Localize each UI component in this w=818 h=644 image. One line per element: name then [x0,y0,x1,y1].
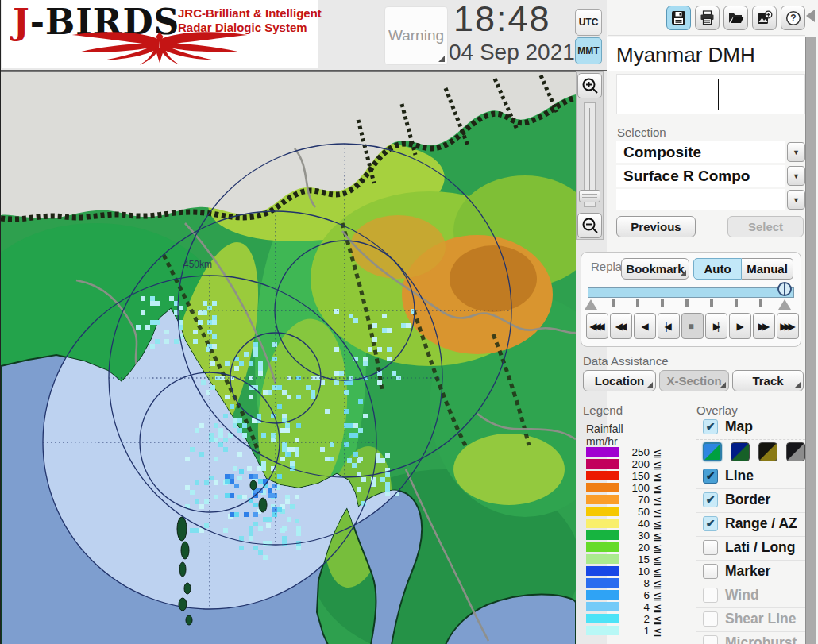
zoom-out-icon [581,217,599,234]
select-button[interactable]: Select [727,216,804,237]
legend-value: 100 [621,482,650,494]
overlay-item-label: Range / AZ [725,515,797,532]
bookmark-button[interactable]: Bookmark [621,258,689,280]
legend-suffix: ≦ [653,613,662,626]
save-button[interactable] [666,6,691,30]
composite-dropdown-value[interactable]: Composite [616,141,785,163]
map-zoom-control [576,71,604,240]
overlay-item-label: Marker [725,563,770,580]
utc-button[interactable]: UTC [575,9,602,36]
overlay-item-shear-line: Shear Line [696,607,805,631]
legend-swatch [586,495,619,504]
radar-map[interactable]: 450km [1,72,576,644]
status-box-divider [718,79,719,110]
overlay-item-microburst: Microburst [696,631,805,644]
checkbox-border[interactable]: ✔ [703,492,718,507]
print-button[interactable] [695,6,720,30]
legend-value: 200 [621,458,650,470]
help-button[interactable]: ? [781,6,805,30]
replay-panel: Replay Bookmark Auto Manual ◀◀◀◀◀◀|◀■▶|▶… [581,252,801,347]
location-button[interactable]: Location [583,370,656,391]
legend-swatch [586,483,619,492]
legend-value: 8 [621,577,650,589]
legend-value: 10 [621,565,650,577]
radar-map-viewport[interactable]: 450km [1,71,576,644]
legend-swatch [586,614,619,623]
fast-forward-button[interactable]: ▶▶ [753,313,775,339]
add-image-button[interactable] [752,6,777,30]
checkbox-microburst [703,635,718,644]
track-button[interactable]: Track [732,370,804,391]
zoom-slider-handle[interactable] [579,190,600,202]
legend-value: 20 [621,542,650,553]
overlay-item-label: Line [725,468,754,484]
play-button[interactable]: ▶ [729,313,751,339]
control-panel: ? Myanmar DMH Selection Composite ▼ Surf… [607,0,818,644]
checkbox-line[interactable]: ✔ [703,469,718,484]
play-backward-button[interactable]: ◀ [634,313,656,339]
corner-triangle-icon [438,56,445,62]
slider-tick [710,299,713,307]
fast-rewind-button[interactable]: ◀◀ [610,313,632,339]
checkbox-shear-line [703,611,718,627]
product-dropdown-value[interactable]: Surface R Compo [616,165,785,187]
status-box[interactable] [616,74,805,114]
legend-swatch [586,542,619,552]
legend-swatch [586,459,619,469]
site-title-row: Myanmar DMH [607,37,805,71]
fastest-forward-button[interactable]: ▶▶▶ [777,313,799,339]
open-folder-button[interactable] [723,6,748,30]
overlay-item-label: Wind [725,587,759,604]
vertical-scrollbar[interactable] [805,37,816,644]
checkbox-map[interactable]: ✔ [703,419,718,434]
option-dropdown-button[interactable]: ▼ [787,190,805,210]
map-style-tile-4[interactable] [786,442,805,461]
replay-slider-track[interactable] [588,287,794,298]
checkbox-range-az[interactable]: ✔ [703,516,718,531]
panel-collapse-arrow-icon[interactable] [806,10,815,22]
jbirds-window: J-BIRDS JRC-Brilliant & Intelligent Rada… [0,0,818,644]
checkbox-marker[interactable] [703,564,718,579]
step-first-button[interactable]: |◀ [658,313,680,339]
step-last-button[interactable]: ▶| [705,313,727,339]
mmt-button[interactable]: MMT [575,37,602,64]
map-style-row [696,439,805,465]
legend-suffix: ≦ [653,625,662,638]
auto-mode-button[interactable]: Auto [693,258,742,280]
chevron-down-icon: ▼ [793,148,800,156]
legend-value: 6 [621,589,650,601]
eagle-logo-icon [5,30,314,67]
previous-button[interactable]: Previous [616,216,696,237]
composite-dropdown-button[interactable]: ▼ [787,142,805,162]
manual-mode-button[interactable]: Manual [742,258,793,280]
map-style-tile-1[interactable] [703,442,722,461]
warning-button[interactable]: Warning [384,6,448,65]
map-style-tile-2[interactable] [731,442,750,461]
fastest-rewind-button[interactable]: ◀◀◀ [586,313,608,339]
legend-swatch [586,566,619,576]
checkbox-lati-long[interactable] [703,540,718,555]
overlay-item-label: Map [725,418,753,435]
legend-value: 4 [621,601,650,613]
overlay-item-label: Border [725,492,770,508]
dropdown-row-3: ▼ [616,189,813,210]
legend-suffix: ≦ [653,589,662,602]
zoom-out-button[interactable] [577,213,602,238]
stop-button[interactable]: ■ [681,313,704,339]
x-section-button[interactable]: X-Section [659,370,729,391]
legend-suffix: ≦ [653,601,662,614]
map-style-tile-3[interactable] [758,442,777,461]
legend-swatch [586,578,619,588]
legend-swatch [586,590,619,600]
svg-text:?: ? [790,13,796,24]
legend-value: 30 [621,530,650,542]
product-dropdown-button[interactable]: ▼ [787,166,805,186]
zoom-in-button[interactable] [577,73,602,98]
app-logo: J-BIRDS JRC-Brilliant & Intelligent Rada… [2,0,318,68]
corner-triangle-icon [720,382,726,388]
legend-value: 150 [621,470,650,482]
option-dropdown-value[interactable] [616,189,785,210]
chevron-down-icon: ▼ [793,172,800,180]
legend-swatch [586,626,619,635]
replay-slider-handle[interactable] [777,282,792,296]
